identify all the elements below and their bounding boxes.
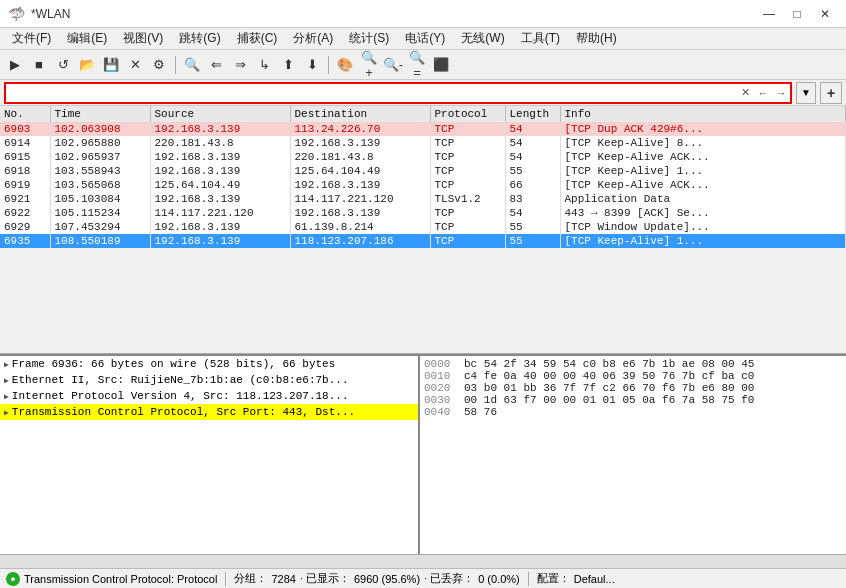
toolbar-zoom-reset-btn[interactable]: 🔍= <box>406 54 428 76</box>
tree-item[interactable]: ▶Frame 6936: 66 bytes on wire (528 bits)… <box>0 356 418 372</box>
table-cell: 6921 <box>0 192 50 206</box>
table-cell: 54 <box>505 136 560 150</box>
table-cell: 192.168.3.139 <box>150 164 290 178</box>
table-cell: 55 <box>505 164 560 178</box>
toolbar-up-btn[interactable]: ⬆ <box>277 54 299 76</box>
group-value: 7284 <box>271 573 295 585</box>
titlebar: 🦈 *WLAN — □ ✕ <box>0 0 846 28</box>
menubar-item[interactable]: 无线(W) <box>453 28 512 49</box>
tree-item[interactable]: ▶Internet Protocol Version 4, Src: 118.1… <box>0 388 418 404</box>
hex-bytes: 00 1d 63 f7 00 00 01 01 05 0a f6 7a 58 7… <box>464 394 764 406</box>
close-button[interactable]: ✕ <box>812 5 838 23</box>
table-cell: 108.550189 <box>50 234 150 248</box>
group-label: 分组： <box>234 571 267 586</box>
table-row[interactable]: 6921105.103084192.168.3.139114.117.221.1… <box>0 192 846 206</box>
table-row[interactable]: 6914102.965880220.181.43.8192.168.3.139T… <box>0 136 846 150</box>
table-cell: 105.115234 <box>50 206 150 220</box>
table-cell: TCP <box>430 206 505 220</box>
hscroll[interactable] <box>0 554 846 568</box>
hex-offset: 0000 <box>424 358 460 370</box>
tree-triangle-icon: ▶ <box>4 376 9 385</box>
toolbar-restart-btn[interactable]: ↺ <box>52 54 74 76</box>
menubar-item[interactable]: 编辑(E) <box>59 28 115 49</box>
bottom-pane: ▶Frame 6936: 66 bytes on wire (528 bits)… <box>0 354 846 554</box>
menubar-item[interactable]: 工具(T) <box>513 28 568 49</box>
toolbar-next-btn[interactable]: ⇒ <box>229 54 251 76</box>
menubar-item[interactable]: 视图(V) <box>115 28 171 49</box>
table-cell: 6918 <box>0 164 50 178</box>
filter-input[interactable]: tcp <box>6 85 736 101</box>
packet-scroll[interactable]: No. Time Source Destination Protocol Len… <box>0 106 846 353</box>
toolbar-options-btn[interactable]: ⚙ <box>148 54 170 76</box>
table-row[interactable]: 6918103.558943192.168.3.139125.64.104.49… <box>0 164 846 178</box>
table-row[interactable]: 6922105.115234114.117.221.120192.168.3.1… <box>0 206 846 220</box>
tree-item[interactable]: ▶Ethernet II, Src: RuijieNe_7b:1b:ae (c0… <box>0 372 418 388</box>
toolbar-open-btn[interactable]: 📂 <box>76 54 98 76</box>
display-label: · 已显示： <box>300 571 350 586</box>
menubar-item[interactable]: 跳转(G) <box>171 28 228 49</box>
toolbar-start-btn[interactable]: ▶ <box>4 54 26 76</box>
table-row[interactable]: 6915102.965937192.168.3.139220.181.43.8T… <box>0 150 846 164</box>
table-row[interactable]: 6929107.453294192.168.3.13961.139.8.214T… <box>0 220 846 234</box>
filter-prev-btn[interactable]: ← <box>754 84 772 102</box>
status-icon: ● <box>6 572 20 586</box>
hex-bytes: 03 b0 01 bb 36 7f 7f c2 66 70 f6 7b e6 8… <box>464 382 764 394</box>
table-cell: 61.139.8.214 <box>290 220 430 234</box>
toolbar-down-btn[interactable]: ⬇ <box>301 54 323 76</box>
table-cell: 102.965880 <box>50 136 150 150</box>
toolbar-prev-btn[interactable]: ⇐ <box>205 54 227 76</box>
menubar-item[interactable]: 分析(A) <box>285 28 341 49</box>
table-cell: 6929 <box>0 220 50 234</box>
table-cell: 6903 <box>0 122 50 136</box>
table-cell: 192.168.3.139 <box>150 122 290 136</box>
hex-row: 003000 1d 63 f7 00 00 01 01 05 0a f6 7a … <box>424 394 842 406</box>
display-value: 6960 (95.6%) <box>354 573 420 585</box>
table-cell: [TCP Keep-Alive] 8... <box>560 136 846 150</box>
menubar-item[interactable]: 文件(F) <box>4 28 59 49</box>
col-source: Source <box>150 106 290 122</box>
hex-row: 004058 76 <box>424 406 842 418</box>
proto-tree[interactable]: ▶Frame 6936: 66 bytes on wire (528 bits)… <box>0 356 420 554</box>
minimize-button[interactable]: — <box>756 5 782 23</box>
table-cell: TCP <box>430 136 505 150</box>
menubar-item[interactable]: 捕获(C) <box>229 28 286 49</box>
toolbar-colorize-btn[interactable]: 🎨 <box>334 54 356 76</box>
menubar-item[interactable]: 帮助(H) <box>568 28 625 49</box>
hex-dump[interactable]: 0000bc 54 2f 34 59 54 c0 b8 e6 7b 1b ae … <box>420 356 846 554</box>
table-cell: 103.565068 <box>50 178 150 192</box>
tree-item[interactable]: ▶Transmission Control Protocol, Src Port… <box>0 404 418 420</box>
filter-add-btn[interactable]: + <box>820 82 842 104</box>
table-cell: 192.168.3.139 <box>150 192 290 206</box>
table-cell: TCP <box>430 234 505 248</box>
table-cell: Application Data <box>560 192 846 206</box>
tree-triangle-icon: ▶ <box>4 408 9 417</box>
toolbar-stop-btn[interactable]: ■ <box>28 54 50 76</box>
toolbar-find-btn[interactable]: 🔍 <box>181 54 203 76</box>
filter-clear-btn[interactable]: ✕ <box>736 84 754 102</box>
toolbar-go-btn[interactable]: ↳ <box>253 54 275 76</box>
col-info: Info <box>560 106 846 122</box>
packet-table: No. Time Source Destination Protocol Len… <box>0 106 846 248</box>
menubar-item[interactable]: 电话(Y) <box>397 28 453 49</box>
filter-dropdown[interactable]: ▼ <box>796 82 816 104</box>
tree-item-label: Internet Protocol Version 4, Src: 118.12… <box>12 390 349 402</box>
packet-tbody: 6903102.063908192.168.3.139113.24.226.70… <box>0 122 846 248</box>
toolbar-zoom-in-btn[interactable]: 🔍+ <box>358 54 380 76</box>
table-row[interactable]: 6935108.550189192.168.3.139118.123.207.1… <box>0 234 846 248</box>
maximize-button[interactable]: □ <box>784 5 810 23</box>
table-cell: TCP <box>430 220 505 234</box>
table-cell: 55 <box>505 220 560 234</box>
filter-next-btn[interactable]: → <box>772 84 790 102</box>
table-cell: 103.558943 <box>50 164 150 178</box>
table-cell: [TCP Keep-Alive] 1... <box>560 164 846 178</box>
toolbar-zoom-out-btn[interactable]: 🔍- <box>382 54 404 76</box>
toolbar-close-btn[interactable]: ✕ <box>124 54 146 76</box>
hex-row: 0000bc 54 2f 34 59 54 c0 b8 e6 7b 1b ae … <box>424 358 842 370</box>
table-cell: 192.168.3.139 <box>290 136 430 150</box>
menubar-item[interactable]: 统计(S) <box>341 28 397 49</box>
table-row[interactable]: 6903102.063908192.168.3.139113.24.226.70… <box>0 122 846 136</box>
table-row[interactable]: 6919103.565068125.64.104.49192.168.3.139… <box>0 178 846 192</box>
hex-row: 0010c4 fe 0a 40 00 00 40 06 39 50 76 7b … <box>424 370 842 382</box>
toolbar-save-btn[interactable]: 💾 <box>100 54 122 76</box>
toolbar-resize-btn[interactable]: ⬛ <box>430 54 452 76</box>
